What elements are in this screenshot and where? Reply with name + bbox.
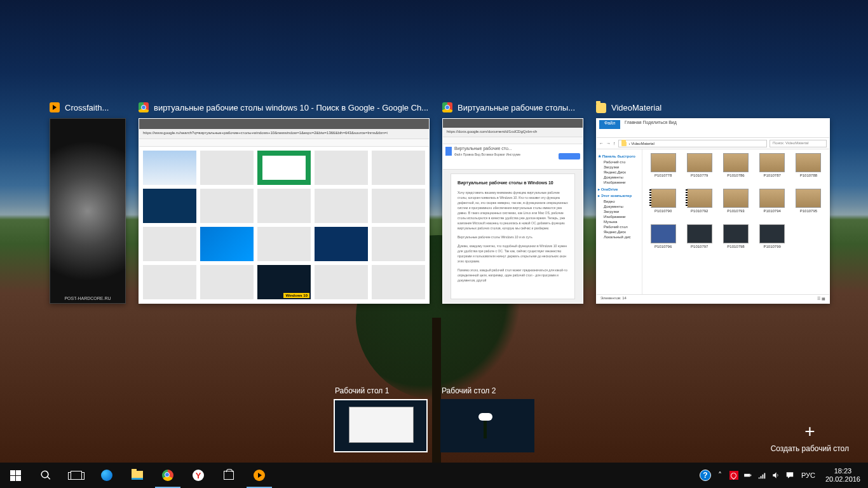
docs-page: Виртуальные рабочие столы в Windows 10 Х… <box>451 173 575 299</box>
start-button[interactable] <box>0 463 31 488</box>
taskbar-app-chrome[interactable] <box>153 463 183 488</box>
desktop-label: Рабочий стол 1 <box>334 386 428 395</box>
breadcrumb: › VideoMaterial <box>618 140 768 147</box>
ribbon-file-tab: Файл <box>599 120 620 129</box>
docs-logo-icon <box>445 147 452 156</box>
file-item: P1010799 <box>756 224 789 259</box>
file-item: P1010794 <box>756 189 789 223</box>
file-item: P1010790 <box>646 189 680 223</box>
chrome-icon <box>442 102 452 112</box>
open-windows-row: Crossfaith... POST-HARDCORE.RU виртуальн… <box>50 102 818 304</box>
window-preview[interactable]: https://www.google.ru/search?q=виртуальн… <box>139 118 430 304</box>
explorer-ribbon: Файл Главная Поделиться Вид <box>597 119 829 138</box>
file-item: P1010793 <box>719 189 752 223</box>
tray-chevron-up-icon[interactable]: ˄ <box>714 463 726 488</box>
file-item: P1010787 <box>756 153 789 187</box>
desktop-thumbnail[interactable] <box>440 399 534 452</box>
browser-tabstrip <box>139 119 429 129</box>
docs-title: Виртуальные рабочие сто... <box>454 146 512 151</box>
tray-avira-icon[interactable] <box>728 463 740 488</box>
nav-up-icon: ↑ <box>613 141 616 146</box>
aimp-footer-text: POST-HARDCORE.RU <box>64 296 111 301</box>
tray-clock[interactable]: 18:23 20.02.2016 <box>820 467 865 484</box>
tray-help-icon[interactable]: ? <box>698 470 712 481</box>
file-item: P1010779 <box>682 153 716 187</box>
nav-fwd-icon: → <box>606 141 611 146</box>
address-bar: https://docs.google.com/document/d/1cdCD… <box>443 128 583 137</box>
virtual-desktop-2[interactable]: Рабочий стол 2 <box>440 386 534 456</box>
docs-menus: Файл Правка Вид Вставка Формат Инструме <box>454 152 520 156</box>
taskbar-app-edge[interactable] <box>92 463 122 488</box>
folder-icon <box>621 142 627 146</box>
doc-heading: Виртуальные рабочие столы в Windows 10 <box>458 179 568 186</box>
new-desktop-button[interactable]: + Создать рабочий стол <box>771 423 849 453</box>
bookmarks-bar <box>139 139 429 147</box>
doc-para: Думаю, каждому понятно, что подобный фун… <box>458 243 568 264</box>
tray-network-icon[interactable] <box>756 463 768 488</box>
explorer-search: Поиск: VideoMaterial <box>770 140 827 147</box>
doc-para: Виртуальные рабочие столы Windows 10 и и… <box>458 234 568 240</box>
file-item: P1010778 <box>646 153 680 187</box>
explorer-statusbar: Элементов: 14 ☰ ▦ <box>597 294 829 303</box>
virtual-desktops-strip: Рабочий стол 1 Рабочий стол 2 <box>0 386 868 456</box>
file-item: P1010796 <box>646 224 680 259</box>
window-thumb-explorer[interactable]: VideoMaterial Файл Главная Поделиться Ви… <box>596 102 830 304</box>
window-thumb-aimp[interactable]: Crossfaith... POST-HARDCORE.RU <box>50 102 126 304</box>
bookmarks-bar <box>443 137 583 144</box>
file-item: P1010798 <box>719 224 752 259</box>
window-thumb-chrome-docs[interactable]: Виртуальные рабочие столы... https://doc… <box>442 102 583 304</box>
tray-action-center-icon[interactable] <box>783 463 796 488</box>
window-title: Виртуальные рабочие столы... <box>458 103 575 112</box>
ribbon-tabs: Главная Поделиться Вид <box>625 120 677 125</box>
tray-time: 18:23 <box>825 467 860 475</box>
virtual-desktop-1[interactable]: Рабочий стол 1 <box>334 386 428 456</box>
chrome-icon <box>139 102 149 112</box>
nav-back-icon: ← <box>599 141 604 146</box>
task-view-button[interactable] <box>61 463 92 488</box>
file-item: P1010792 <box>682 189 716 223</box>
explorer-address-row: ← → ↑ › VideoMaterial Поиск: VideoMateri… <box>597 138 829 149</box>
window-preview[interactable]: Файл Главная Поделиться Вид ← → ↑ › Vide… <box>596 118 830 304</box>
desktop-thumbnail[interactable] <box>334 399 428 452</box>
tray-battery-icon[interactable] <box>742 463 754 488</box>
file-item: P1010788 <box>792 153 825 187</box>
window-title: VideoMaterial <box>611 103 661 112</box>
window-title: Crossfaith... <box>65 103 109 112</box>
doc-para: Помимо этого, каждый рабочий стол может … <box>458 268 568 283</box>
taskbar-app-yandex[interactable]: Y <box>183 463 214 488</box>
taskbar: Y ? ˄ РУС 18:23 20.02.2016 <box>0 463 868 488</box>
window-title: виртуальные рабочие столы windows 10 - П… <box>154 103 428 112</box>
window-preview[interactable]: POST-HARDCORE.RU <box>50 118 126 304</box>
taskbar-app-aimp[interactable] <box>244 463 275 488</box>
file-item: P1010786 <box>719 153 752 187</box>
taskbar-app-explorer[interactable] <box>122 463 153 488</box>
docs-header: Виртуальные рабочие сто... Файл Правка В… <box>443 144 583 170</box>
address-bar: https://www.google.ru/search?q=виртуальн… <box>139 129 429 139</box>
task-view-overlay: Crossfaith... POST-HARDCORE.RU виртуальн… <box>0 0 868 488</box>
desktop-label: Рабочий стол 2 <box>440 386 534 395</box>
doc-para: Хочу представить вашему вниманию функцию… <box>458 190 568 231</box>
file-item: P1010795 <box>792 189 825 223</box>
browser-tabstrip <box>443 119 583 128</box>
plus-icon: + <box>771 423 849 440</box>
image-search-grid <box>139 147 429 303</box>
new-desktop-label: Создать рабочий стол <box>771 444 849 453</box>
aimp-icon <box>50 102 60 112</box>
taskbar-app-store[interactable] <box>214 463 244 488</box>
explorer-navpane: ★ Панель быстрогоРабочий стоЗагрузкиЯнде… <box>597 149 642 294</box>
search-button[interactable] <box>31 463 61 488</box>
docs-share-button <box>559 153 580 159</box>
tray-volume-icon[interactable] <box>770 463 782 488</box>
view-icons: ☰ ▦ <box>817 296 825 302</box>
window-thumb-chrome-search[interactable]: виртуальные рабочие столы windows 10 - П… <box>139 102 430 304</box>
file-item: P1010797 <box>682 224 716 259</box>
window-preview[interactable]: https://docs.google.com/document/d/1cdCD… <box>442 118 583 304</box>
folder-icon <box>596 103 606 113</box>
tray-date: 20.02.2016 <box>825 475 860 484</box>
explorer-files-grid: P1010778P1010779P1010786P1010787P1010788… <box>642 149 829 294</box>
tray-language[interactable]: РУС <box>797 471 819 479</box>
